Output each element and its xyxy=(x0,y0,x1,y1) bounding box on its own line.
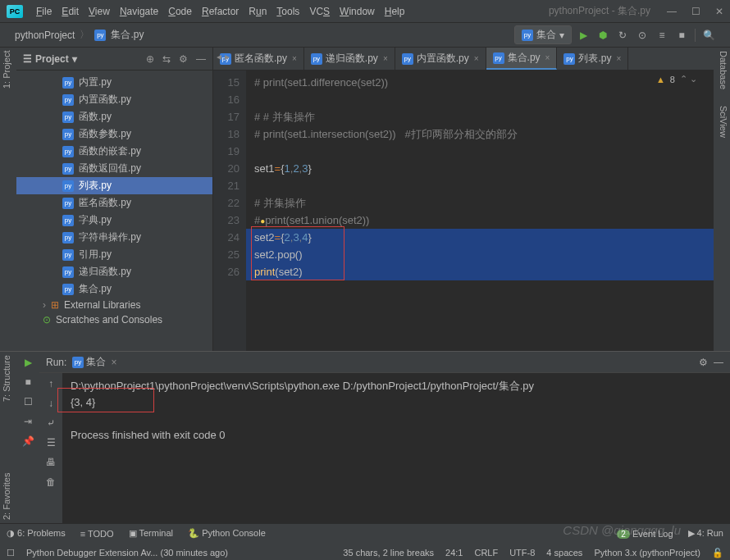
menu-window[interactable]: Window xyxy=(336,4,378,19)
sidebar-tab-project[interactable]: 1: Project xyxy=(2,51,15,89)
editor-tab[interactable]: py内置函数.py× xyxy=(395,48,486,70)
down-icon[interactable]: ↓ xyxy=(48,398,53,409)
attach-icon[interactable]: ≡ xyxy=(655,29,668,42)
sidebar-tab-structure[interactable]: 7: Structure xyxy=(2,355,15,402)
locate-icon[interactable]: ⊕ xyxy=(146,53,154,65)
sidebar-tab-sciview[interactable]: SciView xyxy=(715,106,728,138)
menu-view[interactable]: View xyxy=(85,4,113,19)
tool-problems[interactable]: ◑ 6: Problems xyxy=(7,528,66,539)
close-tab-icon[interactable]: × xyxy=(383,54,388,63)
run-config-dropdown[interactable]: py 集合 ▾ xyxy=(514,25,572,44)
external-libraries[interactable]: › ⊞ External Libraries xyxy=(16,298,212,312)
menu-run[interactable]: Run xyxy=(245,4,270,19)
menu-edit[interactable]: Edit xyxy=(58,4,82,19)
tree-item[interactable]: py集合.py xyxy=(16,280,212,298)
scratches-item[interactable]: ⊙ Scratches and Consoles xyxy=(16,312,212,327)
code-line[interactable] xyxy=(246,143,714,160)
profile-icon[interactable]: ⊙ xyxy=(636,29,649,42)
debug-button-icon[interactable]: ⬢ xyxy=(596,29,609,42)
menu-vcs[interactable]: VCS xyxy=(306,4,333,19)
editor-tab[interactable]: py集合.py× xyxy=(486,48,558,70)
close-tab-icon[interactable]: × xyxy=(292,54,297,63)
menu-navigate[interactable]: Navigate xyxy=(116,4,162,19)
code-line[interactable]: # print(set1.intersection(set2)) #打印两部分相… xyxy=(246,125,714,143)
code-line[interactable]: set1={1,2,3} xyxy=(246,160,714,177)
menu-help[interactable]: Help xyxy=(381,4,408,19)
rerun-icon[interactable]: ▶ xyxy=(25,357,32,368)
close-tab-icon[interactable]: × xyxy=(545,53,550,62)
breadcrumb-file[interactable]: 集合.py xyxy=(111,28,144,42)
stop-icon[interactable]: ■ xyxy=(25,376,30,388)
stop-icon[interactable]: ■ xyxy=(675,29,688,42)
gear-icon[interactable]: ⚙ xyxy=(179,53,188,65)
code-line[interactable]: #●print(set1.union(set2)) xyxy=(246,212,714,229)
code-line[interactable]: # # 并集操作 xyxy=(246,108,714,125)
export-icon[interactable]: ⇥ xyxy=(24,416,32,427)
code-line[interactable]: set2.pop() xyxy=(246,246,714,263)
menu-code[interactable]: Code xyxy=(165,4,195,19)
close-run-tab-icon[interactable]: × xyxy=(111,357,116,368)
tree-item[interactable]: py递归函数.py xyxy=(16,263,212,280)
layout-icon[interactable]: ☐ xyxy=(24,396,33,407)
menu-file[interactable]: File xyxy=(33,4,55,19)
softwrap-icon[interactable]: ⤶ xyxy=(47,417,55,429)
status-interpreter[interactable]: Python 3.x (pythonProject) xyxy=(594,548,700,558)
status-lock-icon[interactable]: 🔓 xyxy=(712,548,723,558)
code-line[interactable]: # 并集操作 xyxy=(246,194,714,212)
warning-icon[interactable]: ▲ xyxy=(656,75,665,84)
code-line[interactable]: # print(set1.difference(set2)) xyxy=(246,74,714,91)
sidebar-tab-favorites[interactable]: 2: Favorites xyxy=(2,473,15,520)
menu-refactor[interactable]: Refactor xyxy=(198,4,242,19)
pin-icon[interactable]: 📌 xyxy=(22,435,34,447)
print-icon[interactable]: 🖶 xyxy=(46,457,56,468)
menu-tools[interactable]: Tools xyxy=(273,4,303,19)
sidebar-tab-database[interactable]: Database xyxy=(715,51,728,89)
status-caret-pos[interactable]: 24:1 xyxy=(445,548,463,558)
event-log[interactable]: 2 Event Log xyxy=(617,529,673,539)
tool-run[interactable]: ▶ 4: Run xyxy=(688,528,723,539)
coverage-icon[interactable]: ↻ xyxy=(616,29,629,42)
tree-item[interactable]: py内置函数.py xyxy=(16,91,212,108)
tree-item[interactable]: py函数参数.py xyxy=(16,125,212,143)
minimize-icon[interactable]: — xyxy=(667,6,677,17)
tree-item[interactable]: py字符串操作.py xyxy=(16,229,212,246)
expand-icon[interactable]: ⇆ xyxy=(162,53,171,65)
editor-tab[interactable]: py递归函数.py× xyxy=(304,48,395,70)
tree-item[interactable]: py匿名函数.py xyxy=(16,194,212,212)
tree-item[interactable]: py字典.py xyxy=(16,212,212,229)
tree-item[interactable]: py函数的嵌套.py xyxy=(16,143,212,160)
breadcrumb-project[interactable]: pythonProject xyxy=(15,30,75,41)
tree-item[interactable]: py引用.py xyxy=(16,246,212,263)
tab-scroll-left-icon[interactable]: ◂ xyxy=(217,51,221,62)
tab-scroll-right-icon[interactable]: ▸ xyxy=(225,51,230,62)
up-icon[interactable]: ↑ xyxy=(48,378,53,389)
search-icon[interactable]: 🔍 xyxy=(702,29,715,42)
status-indent[interactable]: 4 spaces xyxy=(546,548,582,558)
scroll-icon[interactable]: ☰ xyxy=(47,437,56,448)
tree-item[interactable]: py函数.py xyxy=(16,108,212,125)
editor-tab[interactable]: py列表.py× xyxy=(557,48,628,70)
code-line[interactable]: set2={2,3,4} xyxy=(246,229,714,246)
inspection-nav-icons[interactable]: ⌃ ⌄ xyxy=(680,74,697,84)
maximize-icon[interactable]: ☐ xyxy=(691,6,700,17)
status-eol[interactable]: CRLF xyxy=(474,548,498,558)
trash-icon[interactable]: 🗑 xyxy=(46,476,56,488)
hide-icon[interactable]: — xyxy=(196,53,206,65)
tree-item[interactable]: py内置.py xyxy=(16,74,212,91)
run-button-icon[interactable]: ▶ xyxy=(577,29,590,42)
status-bar-icon[interactable]: ☐ xyxy=(7,548,15,558)
code-line[interactable] xyxy=(246,177,714,194)
close-tab-icon[interactable]: × xyxy=(474,54,479,63)
tool-terminal[interactable]: ▣ Terminal xyxy=(129,528,173,539)
tree-item[interactable]: py函数返回值.py xyxy=(16,160,212,177)
run-tab-name[interactable]: 集合 xyxy=(86,355,106,369)
run-gear-icon[interactable]: ⚙ xyxy=(699,357,708,368)
tool-todo[interactable]: ≡ TODO xyxy=(80,529,114,539)
close-icon[interactable]: ✕ xyxy=(715,6,723,17)
status-encoding[interactable]: UTF-8 xyxy=(509,548,535,558)
tree-item[interactable]: py列表.py xyxy=(16,177,212,194)
tool-python-console[interactable]: 🐍 Python Console xyxy=(188,528,266,539)
close-tab-icon[interactable]: × xyxy=(616,54,621,63)
code-line[interactable] xyxy=(246,91,714,108)
code-line[interactable]: print(set2) xyxy=(246,263,714,280)
